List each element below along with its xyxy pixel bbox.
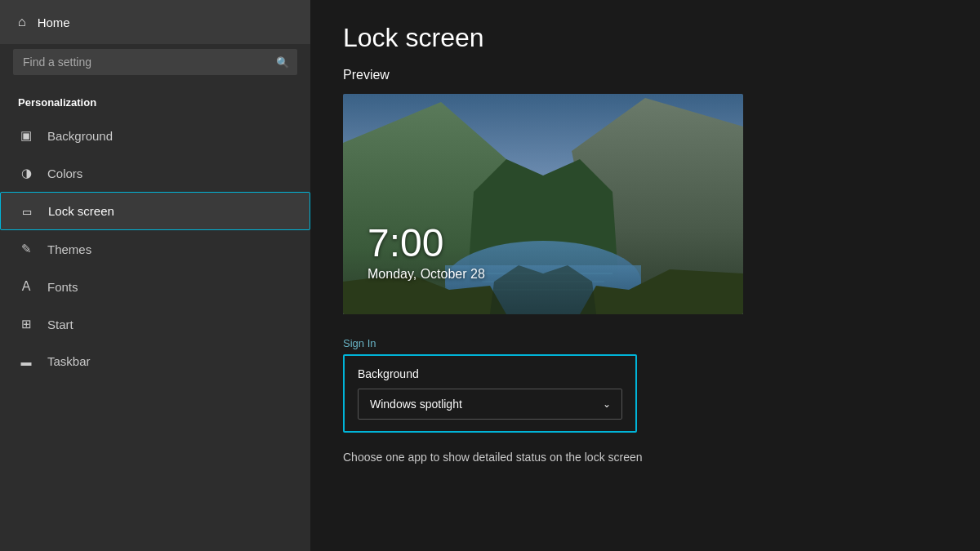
background-dropdown-container: Background Windows spotlight Picture Sli… (343, 354, 637, 433)
lock-date: Monday, October 28 (368, 267, 485, 282)
start-icon (18, 317, 34, 331)
sidebar-item-colors[interactable]: Colors (0, 154, 310, 192)
home-icon (18, 15, 26, 29)
sidebar-home-button[interactable]: Home (0, 0, 310, 44)
sidebar-item-label: Fonts (47, 280, 78, 294)
page-title: Lock screen (343, 23, 947, 53)
sidebar-item-label: Background (47, 129, 113, 143)
windows-spotlight-dropdown-wrapper: Windows spotlight Picture Slideshow ⌄ (358, 389, 622, 420)
taskbar-icon (18, 354, 34, 368)
sidebar: Home 🔍 Personalization Background Colors… (0, 0, 310, 551)
home-label: Home (38, 16, 70, 29)
sidebar-item-label: Themes (47, 242, 91, 256)
lock-screen-preview: 7:00 Monday, October 28 (343, 94, 743, 314)
background-label: Background (358, 367, 622, 380)
sign-in-label: Sign In (343, 337, 947, 349)
sidebar-item-taskbar[interactable]: Taskbar (0, 343, 310, 380)
sidebar-item-lock-screen[interactable]: Lock screen (0, 192, 310, 230)
search-input[interactable] (13, 49, 297, 75)
search-container: 🔍 (13, 49, 297, 75)
fonts-icon (18, 279, 34, 294)
themes-icon (18, 242, 34, 256)
app-status-label: Choose one app to show detailed status o… (343, 451, 947, 464)
sidebar-item-background[interactable]: Background (0, 117, 310, 154)
sidebar-item-start[interactable]: Start (0, 305, 310, 343)
colors-icon (18, 166, 34, 180)
lock-time: 7:00 (368, 220, 443, 265)
main-content: Lock screen Preview (310, 0, 980, 551)
sidebar-item-label: Start (47, 318, 74, 331)
personalization-heading: Personalization (0, 88, 310, 117)
sidebar-item-label: Taskbar (47, 354, 91, 368)
background-icon (18, 128, 34, 143)
sidebar-item-label: Colors (47, 167, 82, 180)
background-select[interactable]: Windows spotlight Picture Slideshow (358, 389, 622, 420)
lock-screen-icon (19, 204, 35, 218)
preview-label: Preview (343, 68, 947, 82)
sidebar-item-themes[interactable]: Themes (0, 230, 310, 268)
sidebar-item-label: Lock screen (48, 204, 114, 218)
search-icon: 🔍 (276, 56, 289, 69)
sidebar-item-fonts[interactable]: Fonts (0, 268, 310, 305)
